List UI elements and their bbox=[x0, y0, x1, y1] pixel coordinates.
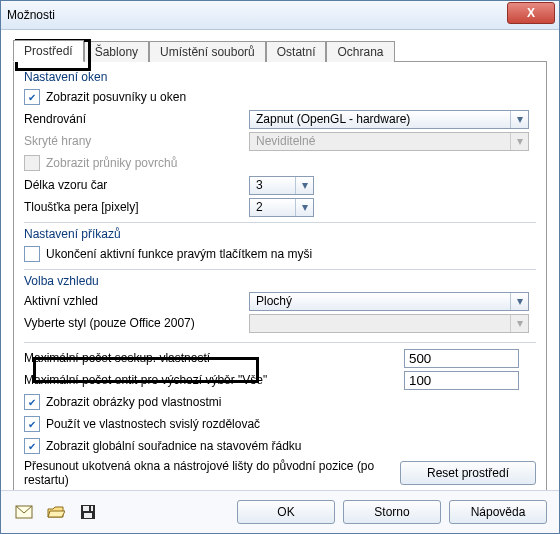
tab-protection[interactable]: Ochrana bbox=[326, 41, 394, 62]
reset-environment-button[interactable]: Reset prostředí bbox=[400, 461, 536, 485]
chevron-down-icon: ▾ bbox=[510, 293, 528, 310]
chevron-down-icon: ▾ bbox=[510, 111, 528, 128]
checkbox-rmb-end[interactable] bbox=[24, 246, 40, 262]
checkbox-images-under-props[interactable]: ✔ bbox=[24, 394, 40, 410]
combo-active-look[interactable]: Plochý ▾ bbox=[249, 292, 529, 311]
group-look-title: Volba vzhledu bbox=[24, 274, 536, 288]
ok-button[interactable]: OK bbox=[237, 500, 335, 524]
checkbox-show-sliders[interactable]: ✔ bbox=[24, 89, 40, 105]
tab-file-locations[interactable]: Umístění souborů bbox=[149, 41, 266, 62]
label-rendering: Rendrování bbox=[24, 112, 249, 126]
combo-active-look-value: Plochý bbox=[250, 294, 510, 308]
bottom-bar: OK Storno Nápověda bbox=[1, 490, 559, 533]
label-active-look: Aktivní vzhled bbox=[24, 294, 249, 308]
svg-rect-3 bbox=[84, 513, 92, 518]
combo-pen-width[interactable]: 2 ▾ bbox=[249, 198, 314, 217]
chevron-down-icon: ▾ bbox=[510, 133, 528, 150]
svg-rect-4 bbox=[89, 506, 91, 511]
cancel-button[interactable]: Storno bbox=[343, 500, 441, 524]
tab-environment[interactable]: Prostředí bbox=[13, 40, 84, 62]
label-show-sliders: Zobrazit posuvníky u oken bbox=[46, 90, 186, 104]
tab-other[interactable]: Ostatní bbox=[266, 41, 327, 62]
group-windows-title: Nastavení oken bbox=[24, 70, 536, 84]
help-button[interactable]: Nápověda bbox=[449, 500, 547, 524]
combo-hidden-edges-value: Neviditelné bbox=[250, 134, 510, 148]
save-icon[interactable] bbox=[77, 502, 99, 522]
tab-templates[interactable]: Šablony bbox=[84, 41, 149, 62]
input-max-entities[interactable] bbox=[404, 371, 519, 390]
folder-open-icon[interactable] bbox=[45, 502, 67, 522]
close-button[interactable]: X bbox=[507, 2, 555, 24]
label-hidden-edges: Skryté hrany bbox=[24, 134, 249, 148]
combo-office-style: ▾ bbox=[249, 314, 529, 333]
label-max-entities: Maximální počet entit pro výchozí výběr … bbox=[24, 373, 404, 387]
combo-hidden-edges: Neviditelné ▾ bbox=[249, 132, 529, 151]
checkbox-intersections bbox=[24, 155, 40, 171]
label-rmb-end: Ukončení aktivní funkce pravým tlačítkem… bbox=[46, 247, 312, 261]
label-intersections: Zobrazit průniky povrchů bbox=[46, 156, 536, 170]
combo-rendering-value: Zapnut (OpenGL - hardware) bbox=[250, 112, 510, 126]
label-pen-width: Tloušťka pera [pixely] bbox=[24, 200, 249, 214]
label-max-group: Maximální počet seskup. vlastností bbox=[24, 351, 404, 365]
group-commands-title: Nastavení příkazů bbox=[24, 227, 536, 241]
label-vertical-splitter: Použít ve vlastnostech svislý rozdělovač bbox=[46, 417, 260, 431]
label-images-under-props: Zobrazit obrázky pod vlastnostmi bbox=[46, 395, 221, 409]
tab-strip: Prostředí Šablony Umístění souborů Ostat… bbox=[13, 38, 547, 62]
chevron-down-icon: ▾ bbox=[295, 199, 313, 216]
chevron-down-icon: ▾ bbox=[510, 315, 528, 332]
combo-pattern-length-value: 3 bbox=[250, 178, 295, 192]
tab-panel: Nastavení oken ✔ Zobrazit posuvníky u ok… bbox=[13, 61, 547, 531]
label-global-coords: Zobrazit globální souřadnice na stavovém… bbox=[46, 439, 301, 453]
options-dialog: Možnosti X Prostředí Šablony Umístění so… bbox=[0, 0, 560, 534]
label-office-style: Vyberte styl (pouze Office 2007) bbox=[24, 316, 249, 330]
window-title: Možnosti bbox=[7, 8, 55, 22]
mail-icon[interactable] bbox=[13, 502, 35, 522]
checkbox-vertical-splitter[interactable]: ✔ bbox=[24, 416, 40, 432]
chevron-down-icon: ▾ bbox=[295, 177, 313, 194]
combo-pen-width-value: 2 bbox=[250, 200, 295, 214]
svg-rect-2 bbox=[83, 506, 93, 511]
input-max-group[interactable] bbox=[404, 349, 519, 368]
close-icon: X bbox=[527, 6, 535, 20]
combo-rendering[interactable]: Zapnut (OpenGL - hardware) ▾ bbox=[249, 110, 529, 129]
titlebar: Možnosti X bbox=[1, 1, 559, 30]
label-reset-desc: Přesunout ukotvená okna a nástrojové liš… bbox=[24, 459, 400, 487]
label-pattern-length: Délka vzoru čar bbox=[24, 178, 249, 192]
combo-pattern-length[interactable]: 3 ▾ bbox=[249, 176, 314, 195]
checkbox-global-coords[interactable]: ✔ bbox=[24, 438, 40, 454]
